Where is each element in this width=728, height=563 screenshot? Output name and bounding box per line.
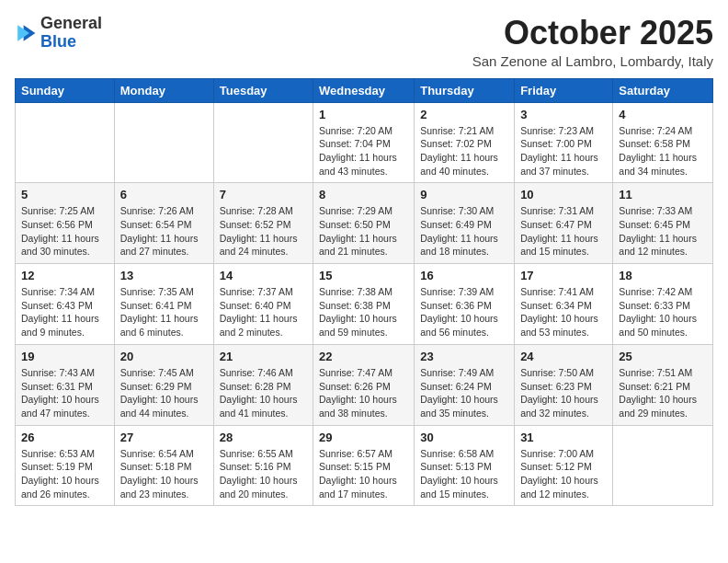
calendar-cell: 11Sunrise: 7:33 AMSunset: 6:45 PMDayligh… <box>613 183 713 264</box>
calendar-week-row: 26Sunrise: 6:53 AMSunset: 5:19 PMDayligh… <box>16 425 713 506</box>
day-number: 21 <box>220 350 307 363</box>
calendar-table: SundayMondayTuesdayWednesdayThursdayFrid… <box>15 78 713 507</box>
calendar-cell: 5Sunrise: 7:25 AMSunset: 6:56 PMDaylight… <box>16 183 115 264</box>
page-header: General Blue October 2025 San Zenone al … <box>15 15 713 69</box>
day-info: Sunrise: 7:45 AMSunset: 6:29 PMDaylight:… <box>120 366 208 420</box>
day-info: Sunrise: 7:30 AMSunset: 6:49 PMDaylight:… <box>420 204 508 259</box>
calendar-week-row: 19Sunrise: 7:43 AMSunset: 6:31 PMDayligh… <box>16 344 713 425</box>
calendar-cell: 22Sunrise: 7:47 AMSunset: 6:26 PMDayligh… <box>313 344 415 425</box>
day-number: 5 <box>21 188 108 201</box>
day-number: 24 <box>520 350 607 363</box>
weekday-header: Tuesday <box>213 78 313 102</box>
weekday-header: Saturday <box>613 78 713 102</box>
calendar-cell: 16Sunrise: 7:39 AMSunset: 6:36 PMDayligh… <box>415 264 515 345</box>
calendar-cell: 30Sunrise: 6:58 AMSunset: 5:13 PMDayligh… <box>415 425 515 506</box>
calendar-week-row: 5Sunrise: 7:25 AMSunset: 6:56 PMDaylight… <box>16 183 713 264</box>
day-number: 16 <box>420 269 508 282</box>
weekday-header: Wednesday <box>313 78 415 102</box>
day-number: 2 <box>420 108 508 121</box>
day-info: Sunrise: 7:37 AMSunset: 6:40 PMDaylight:… <box>220 285 307 339</box>
calendar-cell: 19Sunrise: 7:43 AMSunset: 6:31 PMDayligh… <box>16 344 115 425</box>
weekday-header: Friday <box>515 78 613 102</box>
day-info: Sunrise: 6:57 AMSunset: 5:15 PMDaylight:… <box>319 447 408 501</box>
calendar-cell: 2Sunrise: 7:21 AMSunset: 7:02 PMDaylight… <box>415 102 515 183</box>
day-number: 6 <box>120 188 208 201</box>
day-number: 30 <box>420 431 508 444</box>
calendar-cell: 4Sunrise: 7:24 AMSunset: 6:58 PMDaylight… <box>613 102 713 183</box>
day-number: 4 <box>619 108 707 121</box>
day-info: Sunrise: 7:46 AMSunset: 6:28 PMDaylight:… <box>220 366 307 420</box>
calendar-cell: 27Sunrise: 6:54 AMSunset: 5:18 PMDayligh… <box>114 425 213 506</box>
logo: General Blue <box>15 15 102 52</box>
day-info: Sunrise: 7:24 AMSunset: 6:58 PMDaylight:… <box>619 124 707 178</box>
day-info: Sunrise: 7:26 AMSunset: 6:54 PMDaylight:… <box>120 204 208 259</box>
day-info: Sunrise: 7:47 AMSunset: 6:26 PMDaylight:… <box>319 366 408 420</box>
calendar-cell: 7Sunrise: 7:28 AMSunset: 6:52 PMDaylight… <box>213 183 313 264</box>
day-info: Sunrise: 7:38 AMSunset: 6:38 PMDaylight:… <box>319 285 408 339</box>
calendar-cell: 8Sunrise: 7:29 AMSunset: 6:50 PMDaylight… <box>313 183 415 264</box>
day-info: Sunrise: 7:49 AMSunset: 6:24 PMDaylight:… <box>420 366 508 420</box>
calendar-cell <box>213 102 313 183</box>
day-info: Sunrise: 7:29 AMSunset: 6:50 PMDaylight:… <box>319 204 408 259</box>
calendar-cell: 21Sunrise: 7:46 AMSunset: 6:28 PMDayligh… <box>213 344 313 425</box>
calendar-cell: 28Sunrise: 6:55 AMSunset: 5:16 PMDayligh… <box>213 425 313 506</box>
day-number: 12 <box>21 269 108 282</box>
calendar-cell <box>16 102 115 183</box>
calendar-cell: 1Sunrise: 7:20 AMSunset: 7:04 PMDaylight… <box>313 102 415 183</box>
title-block: October 2025 San Zenone al Lambro, Lomba… <box>472 15 713 69</box>
day-info: Sunrise: 7:50 AMSunset: 6:23 PMDaylight:… <box>520 366 607 420</box>
location-title: San Zenone al Lambro, Lombardy, Italy <box>472 53 713 69</box>
day-number: 26 <box>21 431 108 444</box>
day-info: Sunrise: 7:28 AMSunset: 6:52 PMDaylight:… <box>220 204 307 259</box>
day-number: 25 <box>619 350 707 363</box>
day-number: 14 <box>220 269 307 282</box>
day-number: 1 <box>319 108 408 121</box>
logo-icon <box>15 22 37 44</box>
day-number: 9 <box>420 188 508 201</box>
day-info: Sunrise: 7:25 AMSunset: 6:56 PMDaylight:… <box>21 204 108 259</box>
calendar-cell: 14Sunrise: 7:37 AMSunset: 6:40 PMDayligh… <box>213 264 313 345</box>
calendar-header-row: SundayMondayTuesdayWednesdayThursdayFrid… <box>16 78 713 102</box>
day-number: 3 <box>520 108 607 121</box>
calendar-cell: 23Sunrise: 7:49 AMSunset: 6:24 PMDayligh… <box>415 344 515 425</box>
weekday-header: Monday <box>114 78 213 102</box>
day-info: Sunrise: 7:51 AMSunset: 6:21 PMDaylight:… <box>619 366 707 420</box>
calendar-cell: 15Sunrise: 7:38 AMSunset: 6:38 PMDayligh… <box>313 264 415 345</box>
calendar-week-row: 1Sunrise: 7:20 AMSunset: 7:04 PMDaylight… <box>16 102 713 183</box>
day-number: 11 <box>619 188 707 201</box>
day-number: 22 <box>319 350 408 363</box>
day-number: 17 <box>520 269 607 282</box>
calendar-cell: 6Sunrise: 7:26 AMSunset: 6:54 PMDaylight… <box>114 183 213 264</box>
weekday-header: Thursday <box>415 78 515 102</box>
weekday-header: Sunday <box>16 78 115 102</box>
calendar-cell <box>613 425 713 506</box>
calendar-cell: 10Sunrise: 7:31 AMSunset: 6:47 PMDayligh… <box>515 183 613 264</box>
day-info: Sunrise: 6:58 AMSunset: 5:13 PMDaylight:… <box>420 447 508 501</box>
calendar-cell: 29Sunrise: 6:57 AMSunset: 5:15 PMDayligh… <box>313 425 415 506</box>
day-info: Sunrise: 7:43 AMSunset: 6:31 PMDaylight:… <box>21 366 108 420</box>
logo-text: General Blue <box>40 15 102 52</box>
day-info: Sunrise: 7:20 AMSunset: 7:04 PMDaylight:… <box>319 124 408 178</box>
calendar-cell: 3Sunrise: 7:23 AMSunset: 7:00 PMDaylight… <box>515 102 613 183</box>
day-info: Sunrise: 6:53 AMSunset: 5:19 PMDaylight:… <box>21 447 108 501</box>
calendar-cell: 25Sunrise: 7:51 AMSunset: 6:21 PMDayligh… <box>613 344 713 425</box>
calendar-cell: 24Sunrise: 7:50 AMSunset: 6:23 PMDayligh… <box>515 344 613 425</box>
day-info: Sunrise: 7:39 AMSunset: 6:36 PMDaylight:… <box>420 285 508 339</box>
day-number: 15 <box>319 269 408 282</box>
calendar-week-row: 12Sunrise: 7:34 AMSunset: 6:43 PMDayligh… <box>16 264 713 345</box>
day-info: Sunrise: 7:34 AMSunset: 6:43 PMDaylight:… <box>21 285 108 339</box>
calendar-cell <box>114 102 213 183</box>
day-info: Sunrise: 7:35 AMSunset: 6:41 PMDaylight:… <box>120 285 208 339</box>
calendar-cell: 17Sunrise: 7:41 AMSunset: 6:34 PMDayligh… <box>515 264 613 345</box>
calendar-cell: 26Sunrise: 6:53 AMSunset: 5:19 PMDayligh… <box>16 425 115 506</box>
day-number: 27 <box>120 431 208 444</box>
calendar-cell: 20Sunrise: 7:45 AMSunset: 6:29 PMDayligh… <box>114 344 213 425</box>
day-info: Sunrise: 7:41 AMSunset: 6:34 PMDaylight:… <box>520 285 607 339</box>
day-number: 29 <box>319 431 408 444</box>
calendar-cell: 13Sunrise: 7:35 AMSunset: 6:41 PMDayligh… <box>114 264 213 345</box>
day-info: Sunrise: 6:55 AMSunset: 5:16 PMDaylight:… <box>220 447 307 501</box>
day-info: Sunrise: 6:54 AMSunset: 5:18 PMDaylight:… <box>120 447 208 501</box>
day-number: 23 <box>420 350 508 363</box>
calendar-cell: 18Sunrise: 7:42 AMSunset: 6:33 PMDayligh… <box>613 264 713 345</box>
day-info: Sunrise: 7:00 AMSunset: 5:12 PMDaylight:… <box>520 447 607 501</box>
